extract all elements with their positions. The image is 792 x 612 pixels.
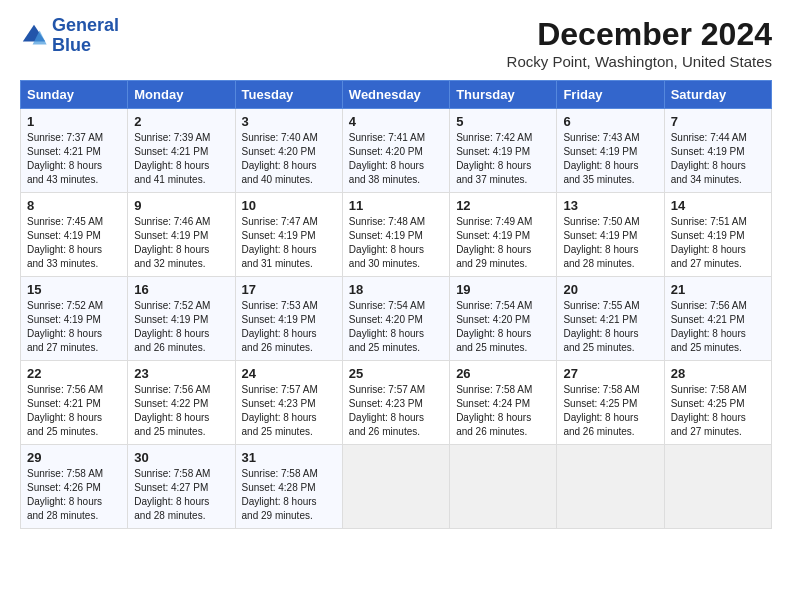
calendar-cell: 16Sunrise: 7:52 AMSunset: 4:19 PMDayligh… [128, 277, 235, 361]
day-number: 21 [671, 282, 765, 297]
day-number: 1 [27, 114, 121, 129]
day-detail: Sunrise: 7:54 AMSunset: 4:20 PMDaylight:… [349, 299, 443, 355]
day-detail: Sunrise: 7:58 AMSunset: 4:25 PMDaylight:… [671, 383, 765, 439]
day-number: 7 [671, 114, 765, 129]
calendar-cell [557, 445, 664, 529]
calendar-cell: 22Sunrise: 7:56 AMSunset: 4:21 PMDayligh… [21, 361, 128, 445]
day-detail: Sunrise: 7:44 AMSunset: 4:19 PMDaylight:… [671, 131, 765, 187]
day-detail: Sunrise: 7:50 AMSunset: 4:19 PMDaylight:… [563, 215, 657, 271]
header-monday: Monday [128, 81, 235, 109]
calendar-cell: 9Sunrise: 7:46 AMSunset: 4:19 PMDaylight… [128, 193, 235, 277]
calendar-cell: 7Sunrise: 7:44 AMSunset: 4:19 PMDaylight… [664, 109, 771, 193]
header-saturday: Saturday [664, 81, 771, 109]
day-number: 24 [242, 366, 336, 381]
header-wednesday: Wednesday [342, 81, 449, 109]
day-detail: Sunrise: 7:52 AMSunset: 4:19 PMDaylight:… [134, 299, 228, 355]
calendar-cell [450, 445, 557, 529]
day-number: 11 [349, 198, 443, 213]
day-detail: Sunrise: 7:56 AMSunset: 4:21 PMDaylight:… [671, 299, 765, 355]
day-number: 27 [563, 366, 657, 381]
day-detail: Sunrise: 7:53 AMSunset: 4:19 PMDaylight:… [242, 299, 336, 355]
day-detail: Sunrise: 7:47 AMSunset: 4:19 PMDaylight:… [242, 215, 336, 271]
day-number: 12 [456, 198, 550, 213]
calendar-cell: 11Sunrise: 7:48 AMSunset: 4:19 PMDayligh… [342, 193, 449, 277]
day-detail: Sunrise: 7:40 AMSunset: 4:20 PMDaylight:… [242, 131, 336, 187]
day-number: 30 [134, 450, 228, 465]
calendar-cell: 24Sunrise: 7:57 AMSunset: 4:23 PMDayligh… [235, 361, 342, 445]
day-detail: Sunrise: 7:56 AMSunset: 4:22 PMDaylight:… [134, 383, 228, 439]
calendar-cell: 4Sunrise: 7:41 AMSunset: 4:20 PMDaylight… [342, 109, 449, 193]
header-sunday: Sunday [21, 81, 128, 109]
day-number: 25 [349, 366, 443, 381]
day-detail: Sunrise: 7:54 AMSunset: 4:20 PMDaylight:… [456, 299, 550, 355]
logo: General Blue [20, 16, 119, 56]
calendar-cell: 15Sunrise: 7:52 AMSunset: 4:19 PMDayligh… [21, 277, 128, 361]
day-detail: Sunrise: 7:43 AMSunset: 4:19 PMDaylight:… [563, 131, 657, 187]
day-number: 17 [242, 282, 336, 297]
calendar-cell: 1Sunrise: 7:37 AMSunset: 4:21 PMDaylight… [21, 109, 128, 193]
day-number: 19 [456, 282, 550, 297]
page-header: General Blue December 2024 Rocky Point, … [20, 16, 772, 70]
day-detail: Sunrise: 7:49 AMSunset: 4:19 PMDaylight:… [456, 215, 550, 271]
day-detail: Sunrise: 7:42 AMSunset: 4:19 PMDaylight:… [456, 131, 550, 187]
day-number: 15 [27, 282, 121, 297]
calendar-cell: 8Sunrise: 7:45 AMSunset: 4:19 PMDaylight… [21, 193, 128, 277]
calendar-week-3: 15Sunrise: 7:52 AMSunset: 4:19 PMDayligh… [21, 277, 772, 361]
day-number: 28 [671, 366, 765, 381]
calendar-week-1: 1Sunrise: 7:37 AMSunset: 4:21 PMDaylight… [21, 109, 772, 193]
calendar-cell: 12Sunrise: 7:49 AMSunset: 4:19 PMDayligh… [450, 193, 557, 277]
day-number: 3 [242, 114, 336, 129]
day-number: 18 [349, 282, 443, 297]
calendar-cell: 25Sunrise: 7:57 AMSunset: 4:23 PMDayligh… [342, 361, 449, 445]
calendar-table: SundayMondayTuesdayWednesdayThursdayFrid… [20, 80, 772, 529]
calendar-cell: 31Sunrise: 7:58 AMSunset: 4:28 PMDayligh… [235, 445, 342, 529]
calendar-week-2: 8Sunrise: 7:45 AMSunset: 4:19 PMDaylight… [21, 193, 772, 277]
calendar-cell: 20Sunrise: 7:55 AMSunset: 4:21 PMDayligh… [557, 277, 664, 361]
calendar-cell [342, 445, 449, 529]
calendar-cell: 30Sunrise: 7:58 AMSunset: 4:27 PMDayligh… [128, 445, 235, 529]
day-number: 6 [563, 114, 657, 129]
day-detail: Sunrise: 7:41 AMSunset: 4:20 PMDaylight:… [349, 131, 443, 187]
calendar-cell: 5Sunrise: 7:42 AMSunset: 4:19 PMDaylight… [450, 109, 557, 193]
calendar-cell [664, 445, 771, 529]
title-block: December 2024 Rocky Point, Washington, U… [507, 16, 772, 70]
day-number: 13 [563, 198, 657, 213]
calendar-week-5: 29Sunrise: 7:58 AMSunset: 4:26 PMDayligh… [21, 445, 772, 529]
calendar-cell: 3Sunrise: 7:40 AMSunset: 4:20 PMDaylight… [235, 109, 342, 193]
header-friday: Friday [557, 81, 664, 109]
day-number: 16 [134, 282, 228, 297]
day-detail: Sunrise: 7:56 AMSunset: 4:21 PMDaylight:… [27, 383, 121, 439]
day-detail: Sunrise: 7:57 AMSunset: 4:23 PMDaylight:… [349, 383, 443, 439]
header-thursday: Thursday [450, 81, 557, 109]
day-number: 4 [349, 114, 443, 129]
day-number: 5 [456, 114, 550, 129]
day-number: 9 [134, 198, 228, 213]
day-number: 10 [242, 198, 336, 213]
calendar-cell: 13Sunrise: 7:50 AMSunset: 4:19 PMDayligh… [557, 193, 664, 277]
month-year: December 2024 [507, 16, 772, 53]
calendar-cell: 26Sunrise: 7:58 AMSunset: 4:24 PMDayligh… [450, 361, 557, 445]
day-detail: Sunrise: 7:39 AMSunset: 4:21 PMDaylight:… [134, 131, 228, 187]
calendar-cell: 14Sunrise: 7:51 AMSunset: 4:19 PMDayligh… [664, 193, 771, 277]
day-detail: Sunrise: 7:58 AMSunset: 4:28 PMDaylight:… [242, 467, 336, 523]
day-number: 23 [134, 366, 228, 381]
header-tuesday: Tuesday [235, 81, 342, 109]
logo-line1: General [52, 15, 119, 35]
day-detail: Sunrise: 7:48 AMSunset: 4:19 PMDaylight:… [349, 215, 443, 271]
day-number: 22 [27, 366, 121, 381]
day-number: 31 [242, 450, 336, 465]
day-detail: Sunrise: 7:51 AMSunset: 4:19 PMDaylight:… [671, 215, 765, 271]
day-detail: Sunrise: 7:58 AMSunset: 4:24 PMDaylight:… [456, 383, 550, 439]
calendar-cell: 10Sunrise: 7:47 AMSunset: 4:19 PMDayligh… [235, 193, 342, 277]
day-number: 8 [27, 198, 121, 213]
day-detail: Sunrise: 7:52 AMSunset: 4:19 PMDaylight:… [27, 299, 121, 355]
day-detail: Sunrise: 7:58 AMSunset: 4:26 PMDaylight:… [27, 467, 121, 523]
day-detail: Sunrise: 7:37 AMSunset: 4:21 PMDaylight:… [27, 131, 121, 187]
calendar-cell: 21Sunrise: 7:56 AMSunset: 4:21 PMDayligh… [664, 277, 771, 361]
calendar-cell: 17Sunrise: 7:53 AMSunset: 4:19 PMDayligh… [235, 277, 342, 361]
calendar-cell: 19Sunrise: 7:54 AMSunset: 4:20 PMDayligh… [450, 277, 557, 361]
logo-icon [20, 22, 48, 50]
day-detail: Sunrise: 7:45 AMSunset: 4:19 PMDaylight:… [27, 215, 121, 271]
day-detail: Sunrise: 7:57 AMSunset: 4:23 PMDaylight:… [242, 383, 336, 439]
day-number: 26 [456, 366, 550, 381]
